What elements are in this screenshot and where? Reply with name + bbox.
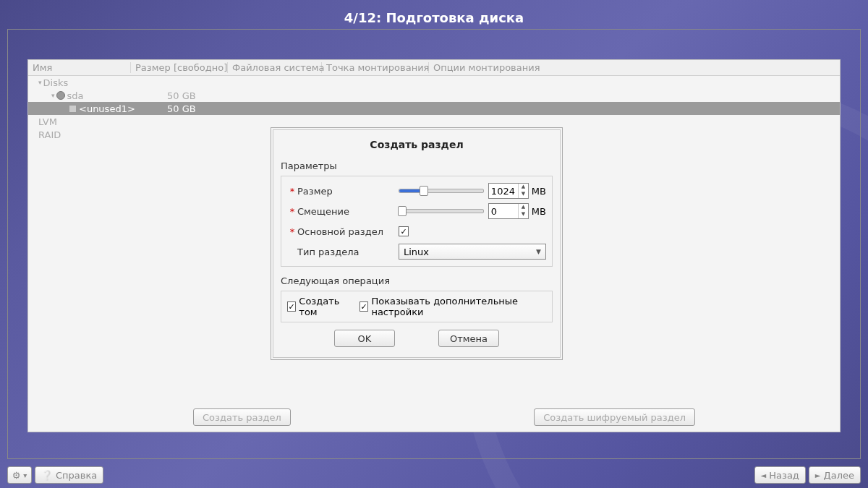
tree-label: <unused1> <box>79 103 135 114</box>
tree-label: RAID <box>38 129 61 140</box>
col-mount[interactable]: Точка монтирования <box>322 62 429 73</box>
spin-down-icon[interactable]: ▼ <box>519 191 528 198</box>
size-row: * Размер ▲▼ MB <box>287 181 546 201</box>
create-volume-label: Создать том <box>299 296 352 317</box>
tree-row-lvm[interactable]: LVM <box>28 115 840 128</box>
create-partition-button[interactable]: Создать раздел <box>193 408 291 426</box>
footer: ⚙ ▾ ❔ Справка ◄ Назад ► Далее <box>7 466 861 484</box>
tree-label: Disks <box>43 77 69 88</box>
gear-icon: ⚙ <box>12 470 21 481</box>
create-volume-option[interactable]: ✓ Создать том <box>287 296 352 317</box>
tree-row-disks[interactable]: ▾ Disks <box>28 76 840 89</box>
primary-checkbox[interactable]: ✓ <box>399 226 409 236</box>
col-fs[interactable]: Файловая система <box>228 62 322 73</box>
primary-label: Основной раздел <box>297 226 399 237</box>
offset-unit: MB <box>532 206 546 217</box>
next-button[interactable]: ► Далее <box>809 466 861 484</box>
back-label: Назад <box>769 470 799 481</box>
settings-menu-button[interactable]: ⚙ ▾ <box>7 466 32 484</box>
create-partition-dialog: Создать раздел Параметры * Размер ▲▼ MB <box>271 127 563 360</box>
required-icon: * <box>287 186 297 197</box>
ok-button[interactable]: OK <box>334 330 395 347</box>
col-options[interactable]: Опции монтирования <box>429 62 840 73</box>
partition-icon <box>69 105 77 113</box>
show-advanced-option[interactable]: ✓ Показывать дополнительные настройки <box>359 296 546 317</box>
primary-row: * Основной раздел ✓ <box>287 221 546 241</box>
offset-label: Смещение <box>297 206 399 217</box>
main-actions: Создать раздел Создать шифруемый раздел <box>28 408 840 426</box>
expander-icon[interactable]: ▾ <box>38 79 42 86</box>
help-icon: ❔ <box>41 470 53 481</box>
offset-row: * Смещение ▲▼ MB <box>287 201 546 221</box>
required-icon: * <box>287 206 297 217</box>
page-title: 4/12: Подготовка диска <box>0 0 868 33</box>
tree-size: 50 GB <box>167 103 196 114</box>
expander-icon[interactable]: ▾ <box>51 92 55 99</box>
size-slider[interactable] <box>399 189 484 193</box>
offset-slider[interactable] <box>399 209 484 213</box>
dialog-buttons: OK Отмена <box>273 330 560 357</box>
tree-row-sda[interactable]: ▾ sda 50 GB <box>28 89 840 102</box>
params-box: * Размер ▲▼ MB * Смещение <box>281 176 553 267</box>
show-advanced-label: Показывать дополнительные настройки <box>371 296 546 317</box>
spin-up-icon[interactable]: ▲ <box>519 204 528 211</box>
next-label: Далее <box>824 470 854 481</box>
tree-header: Имя Размер [свободно] Файловая система Т… <box>28 60 840 76</box>
tree-label: LVM <box>38 116 57 127</box>
show-advanced-checkbox[interactable]: ✓ <box>359 301 368 312</box>
create-volume-checkbox[interactable]: ✓ <box>287 301 296 312</box>
size-label: Размер <box>297 186 399 197</box>
size-unit: MB <box>532 186 546 197</box>
next-op-box: ✓ Создать том ✓ Показывать дополнительны… <box>281 291 553 322</box>
col-name[interactable]: Имя <box>28 62 131 73</box>
disk-icon <box>56 91 65 100</box>
dialog-title: Создать раздел <box>273 130 560 158</box>
disk-tree-panel: Имя Размер [свободно] Файловая система Т… <box>27 59 841 432</box>
create-encrypted-button[interactable]: Создать шифруемый раздел <box>534 408 695 426</box>
size-input[interactable] <box>489 186 518 197</box>
spin-up-icon[interactable]: ▲ <box>519 184 528 191</box>
chevron-left-icon: ◄ <box>761 471 767 479</box>
spin-down-icon[interactable]: ▼ <box>519 211 528 218</box>
params-section-label: Параметры <box>273 158 560 176</box>
chevron-down-icon: ▼ <box>536 248 541 255</box>
type-label: Тип раздела <box>297 247 399 257</box>
dropdown-value: Linux <box>404 247 429 257</box>
size-spinner[interactable]: ▲▼ <box>488 183 529 199</box>
type-dropdown[interactable]: Linux ▼ <box>399 244 546 260</box>
chevron-right-icon: ► <box>815 471 821 479</box>
tree-label: sda <box>67 90 84 101</box>
back-button[interactable]: ◄ Назад <box>754 466 806 484</box>
tree-row-unused[interactable]: <unused1> 50 GB <box>28 102 840 115</box>
help-button[interactable]: ❔ Справка <box>35 466 103 484</box>
type-row: Тип раздела Linux ▼ <box>287 241 546 262</box>
offset-spinner[interactable]: ▲▼ <box>488 203 529 219</box>
next-op-label: Следующая операция <box>273 273 560 291</box>
required-icon: * <box>287 226 297 237</box>
col-size[interactable]: Размер [свободно] <box>131 62 228 73</box>
offset-input[interactable] <box>489 206 518 217</box>
cancel-button[interactable]: Отмена <box>438 330 499 347</box>
help-label: Справка <box>56 470 97 481</box>
tree-size: 50 GB <box>167 90 196 101</box>
chevron-down-icon: ▾ <box>23 471 27 479</box>
